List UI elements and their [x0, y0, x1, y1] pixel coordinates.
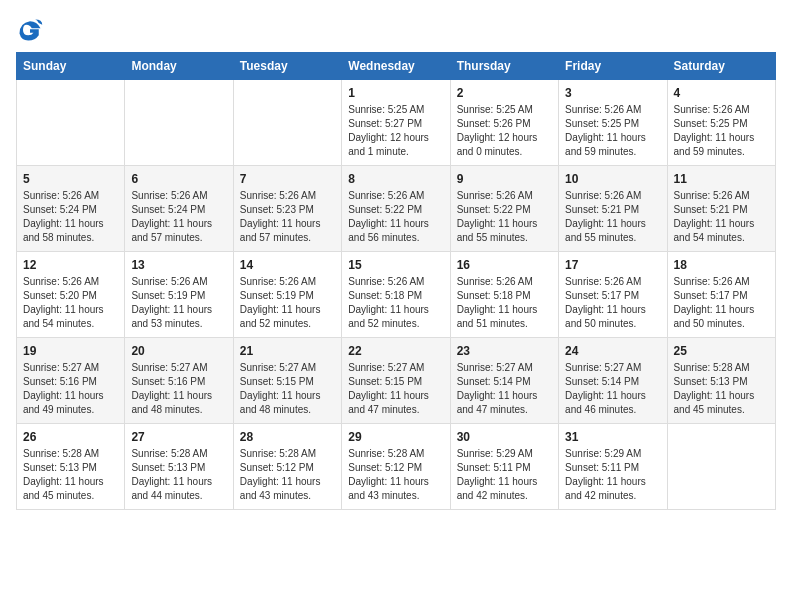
col-sunday: Sunday — [17, 53, 125, 80]
day-number: 13 — [131, 258, 226, 272]
day-number: 25 — [674, 344, 769, 358]
day-info: Sunrise: 5:26 AM Sunset: 5:18 PM Dayligh… — [348, 275, 443, 331]
day-info: Sunrise: 5:25 AM Sunset: 5:26 PM Dayligh… — [457, 103, 552, 159]
day-info: Sunrise: 5:27 AM Sunset: 5:14 PM Dayligh… — [457, 361, 552, 417]
day-info: Sunrise: 5:28 AM Sunset: 5:12 PM Dayligh… — [240, 447, 335, 503]
day-info: Sunrise: 5:28 AM Sunset: 5:13 PM Dayligh… — [23, 447, 118, 503]
day-info: Sunrise: 5:27 AM Sunset: 5:15 PM Dayligh… — [348, 361, 443, 417]
day-number: 29 — [348, 430, 443, 444]
day-number: 2 — [457, 86, 552, 100]
week-row-0: 1Sunrise: 5:25 AM Sunset: 5:27 PM Daylig… — [17, 80, 776, 166]
col-wednesday: Wednesday — [342, 53, 450, 80]
day-number: 26 — [23, 430, 118, 444]
day-cell: 1Sunrise: 5:25 AM Sunset: 5:27 PM Daylig… — [342, 80, 450, 166]
day-info: Sunrise: 5:26 AM Sunset: 5:19 PM Dayligh… — [131, 275, 226, 331]
day-cell: 9Sunrise: 5:26 AM Sunset: 5:22 PM Daylig… — [450, 166, 558, 252]
day-info: Sunrise: 5:26 AM Sunset: 5:21 PM Dayligh… — [565, 189, 660, 245]
col-saturday: Saturday — [667, 53, 775, 80]
day-cell — [233, 80, 341, 166]
day-number: 27 — [131, 430, 226, 444]
col-monday: Monday — [125, 53, 233, 80]
day-info: Sunrise: 5:26 AM Sunset: 5:20 PM Dayligh… — [23, 275, 118, 331]
day-cell: 4Sunrise: 5:26 AM Sunset: 5:25 PM Daylig… — [667, 80, 775, 166]
day-cell: 19Sunrise: 5:27 AM Sunset: 5:16 PM Dayli… — [17, 338, 125, 424]
day-number: 31 — [565, 430, 660, 444]
day-cell: 21Sunrise: 5:27 AM Sunset: 5:15 PM Dayli… — [233, 338, 341, 424]
day-number: 18 — [674, 258, 769, 272]
col-thursday: Thursday — [450, 53, 558, 80]
day-number: 19 — [23, 344, 118, 358]
day-info: Sunrise: 5:26 AM Sunset: 5:25 PM Dayligh… — [565, 103, 660, 159]
header-row: Sunday Monday Tuesday Wednesday Thursday… — [17, 53, 776, 80]
day-cell: 12Sunrise: 5:26 AM Sunset: 5:20 PM Dayli… — [17, 252, 125, 338]
day-cell: 7Sunrise: 5:26 AM Sunset: 5:23 PM Daylig… — [233, 166, 341, 252]
day-number: 23 — [457, 344, 552, 358]
day-number: 1 — [348, 86, 443, 100]
day-cell: 28Sunrise: 5:28 AM Sunset: 5:12 PM Dayli… — [233, 424, 341, 510]
calendar-table: Sunday Monday Tuesday Wednesday Thursday… — [16, 52, 776, 510]
logo-icon — [16, 16, 44, 44]
day-number: 20 — [131, 344, 226, 358]
day-number: 4 — [674, 86, 769, 100]
day-cell: 16Sunrise: 5:26 AM Sunset: 5:18 PM Dayli… — [450, 252, 558, 338]
col-tuesday: Tuesday — [233, 53, 341, 80]
day-number: 7 — [240, 172, 335, 186]
day-info: Sunrise: 5:26 AM Sunset: 5:22 PM Dayligh… — [457, 189, 552, 245]
day-info: Sunrise: 5:26 AM Sunset: 5:22 PM Dayligh… — [348, 189, 443, 245]
day-info: Sunrise: 5:25 AM Sunset: 5:27 PM Dayligh… — [348, 103, 443, 159]
day-number: 24 — [565, 344, 660, 358]
day-cell: 26Sunrise: 5:28 AM Sunset: 5:13 PM Dayli… — [17, 424, 125, 510]
day-cell — [667, 424, 775, 510]
day-number: 14 — [240, 258, 335, 272]
day-number: 10 — [565, 172, 660, 186]
day-number: 9 — [457, 172, 552, 186]
day-cell: 13Sunrise: 5:26 AM Sunset: 5:19 PM Dayli… — [125, 252, 233, 338]
day-cell: 24Sunrise: 5:27 AM Sunset: 5:14 PM Dayli… — [559, 338, 667, 424]
day-info: Sunrise: 5:26 AM Sunset: 5:25 PM Dayligh… — [674, 103, 769, 159]
header — [16, 16, 776, 44]
day-number: 16 — [457, 258, 552, 272]
day-cell: 8Sunrise: 5:26 AM Sunset: 5:22 PM Daylig… — [342, 166, 450, 252]
day-cell: 22Sunrise: 5:27 AM Sunset: 5:15 PM Dayli… — [342, 338, 450, 424]
day-cell: 17Sunrise: 5:26 AM Sunset: 5:17 PM Dayli… — [559, 252, 667, 338]
day-cell: 23Sunrise: 5:27 AM Sunset: 5:14 PM Dayli… — [450, 338, 558, 424]
calendar-header: Sunday Monday Tuesday Wednesday Thursday… — [17, 53, 776, 80]
day-number: 22 — [348, 344, 443, 358]
day-info: Sunrise: 5:28 AM Sunset: 5:13 PM Dayligh… — [674, 361, 769, 417]
week-row-1: 5Sunrise: 5:26 AM Sunset: 5:24 PM Daylig… — [17, 166, 776, 252]
day-cell: 5Sunrise: 5:26 AM Sunset: 5:24 PM Daylig… — [17, 166, 125, 252]
logo — [16, 16, 48, 44]
day-info: Sunrise: 5:29 AM Sunset: 5:11 PM Dayligh… — [457, 447, 552, 503]
day-number: 11 — [674, 172, 769, 186]
day-cell: 27Sunrise: 5:28 AM Sunset: 5:13 PM Dayli… — [125, 424, 233, 510]
day-info: Sunrise: 5:26 AM Sunset: 5:23 PM Dayligh… — [240, 189, 335, 245]
day-number: 30 — [457, 430, 552, 444]
day-info: Sunrise: 5:28 AM Sunset: 5:12 PM Dayligh… — [348, 447, 443, 503]
day-info: Sunrise: 5:27 AM Sunset: 5:16 PM Dayligh… — [23, 361, 118, 417]
day-cell: 29Sunrise: 5:28 AM Sunset: 5:12 PM Dayli… — [342, 424, 450, 510]
day-cell: 20Sunrise: 5:27 AM Sunset: 5:16 PM Dayli… — [125, 338, 233, 424]
day-number: 21 — [240, 344, 335, 358]
week-row-4: 26Sunrise: 5:28 AM Sunset: 5:13 PM Dayli… — [17, 424, 776, 510]
day-cell — [125, 80, 233, 166]
day-info: Sunrise: 5:26 AM Sunset: 5:24 PM Dayligh… — [23, 189, 118, 245]
day-info: Sunrise: 5:26 AM Sunset: 5:17 PM Dayligh… — [674, 275, 769, 331]
day-cell: 18Sunrise: 5:26 AM Sunset: 5:17 PM Dayli… — [667, 252, 775, 338]
day-info: Sunrise: 5:29 AM Sunset: 5:11 PM Dayligh… — [565, 447, 660, 503]
day-number: 6 — [131, 172, 226, 186]
col-friday: Friday — [559, 53, 667, 80]
day-number: 15 — [348, 258, 443, 272]
day-number: 12 — [23, 258, 118, 272]
day-cell: 15Sunrise: 5:26 AM Sunset: 5:18 PM Dayli… — [342, 252, 450, 338]
day-info: Sunrise: 5:26 AM Sunset: 5:24 PM Dayligh… — [131, 189, 226, 245]
day-cell: 31Sunrise: 5:29 AM Sunset: 5:11 PM Dayli… — [559, 424, 667, 510]
day-info: Sunrise: 5:28 AM Sunset: 5:13 PM Dayligh… — [131, 447, 226, 503]
day-cell: 30Sunrise: 5:29 AM Sunset: 5:11 PM Dayli… — [450, 424, 558, 510]
day-info: Sunrise: 5:26 AM Sunset: 5:21 PM Dayligh… — [674, 189, 769, 245]
day-info: Sunrise: 5:27 AM Sunset: 5:16 PM Dayligh… — [131, 361, 226, 417]
day-number: 5 — [23, 172, 118, 186]
calendar-body: 1Sunrise: 5:25 AM Sunset: 5:27 PM Daylig… — [17, 80, 776, 510]
week-row-3: 19Sunrise: 5:27 AM Sunset: 5:16 PM Dayli… — [17, 338, 776, 424]
day-number: 17 — [565, 258, 660, 272]
day-info: Sunrise: 5:26 AM Sunset: 5:17 PM Dayligh… — [565, 275, 660, 331]
